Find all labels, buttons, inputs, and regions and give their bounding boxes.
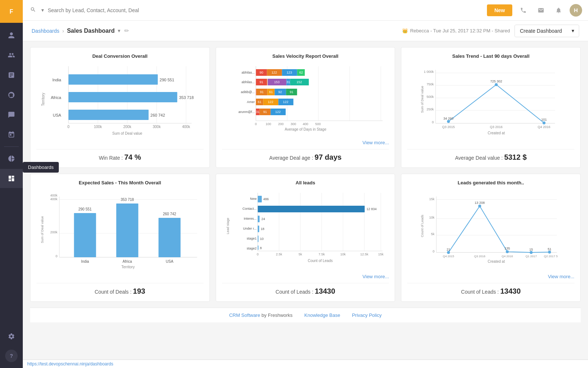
avg-deal-age-value: 97 days bbox=[315, 153, 341, 161]
sidebar-item-help[interactable]: ? bbox=[5, 350, 18, 362]
svg-text:31: 31 bbox=[256, 110, 259, 114]
sales-velocity-view-more[interactable]: View more... bbox=[222, 140, 389, 145]
bell-icon[interactable] bbox=[552, 4, 565, 17]
expected-sales-card: Expected Sales - This Month Overall Sum … bbox=[30, 174, 210, 302]
sidebar-item-analytics[interactable] bbox=[0, 149, 23, 168]
svg-text:61: 61 bbox=[258, 100, 261, 104]
mail-icon[interactable] bbox=[534, 4, 548, 17]
footer-crm-link[interactable]: CRM Software bbox=[229, 312, 260, 318]
svg-text:15: 15 bbox=[530, 248, 533, 251]
svg-point-99 bbox=[543, 121, 546, 124]
svg-text:122: 122 bbox=[271, 71, 277, 74]
svg-text:500k: 500k bbox=[427, 95, 434, 99]
svg-rect-123 bbox=[158, 218, 180, 257]
svg-point-97 bbox=[447, 120, 450, 123]
breadcrumb-dropdown-icon[interactable]: ▼ bbox=[117, 28, 121, 33]
sales-velocity-title: Sales Velocity Report Overall bbox=[222, 53, 389, 59]
svg-text:Created at: Created at bbox=[488, 131, 505, 135]
svg-text:135: 135 bbox=[505, 247, 510, 250]
svg-text:Created at: Created at bbox=[488, 259, 505, 263]
svg-text:92: 92 bbox=[278, 90, 282, 94]
svg-text:31: 31 bbox=[286, 80, 290, 84]
svg-text:200k: 200k bbox=[123, 125, 132, 129]
win-rate-value: 74 % bbox=[124, 153, 141, 161]
breadcrumb-current-text: Sales Dashboard bbox=[67, 28, 115, 34]
page-footer: CRM Software by Freshworks Knowledge Bas… bbox=[30, 308, 581, 322]
svg-rect-153 bbox=[258, 245, 258, 250]
sidebar: F ? bbox=[0, 0, 23, 368]
all-leads-title: All leads bbox=[222, 180, 389, 185]
sidebar-item-reports[interactable] bbox=[0, 66, 23, 85]
svg-text:Q4 2016: Q4 2016 bbox=[538, 125, 551, 129]
search-input[interactable] bbox=[48, 7, 484, 13]
svg-text:24: 24 bbox=[261, 217, 265, 221]
svg-text:Interes...: Interes... bbox=[244, 217, 257, 220]
svg-point-175 bbox=[478, 205, 481, 208]
breadcrumb-current[interactable]: Sales Dashboard ▼ bbox=[67, 28, 121, 34]
create-dashboard-dropdown[interactable]: ▼ bbox=[567, 25, 579, 37]
avg-deal-age-stat: Average Deal age : 97 days bbox=[222, 149, 389, 162]
svg-text:abhilas...: abhilas... bbox=[241, 71, 255, 74]
count-leads-2-label: Count of Leads : bbox=[461, 289, 499, 295]
edit-icon[interactable]: ✏ bbox=[124, 27, 129, 34]
svg-text:122: 122 bbox=[275, 110, 280, 114]
create-dashboard-button[interactable]: Create Dashboard bbox=[515, 25, 567, 37]
search-icon[interactable] bbox=[29, 5, 37, 15]
svg-text:8: 8 bbox=[260, 246, 262, 250]
count-leads-1-stat: Count of Leads : 13430 bbox=[222, 283, 389, 296]
shared-info-text: Rebecca - Tue Jul 25, 2017 12:32 PM - Sh… bbox=[410, 28, 510, 33]
logo-icon: F bbox=[6, 6, 17, 17]
win-rate-stat: Win Rate : 74 % bbox=[36, 149, 204, 162]
breadcrumb-parent[interactable]: Dashboards bbox=[32, 28, 60, 34]
svg-text:stage2: stage2 bbox=[247, 247, 257, 250]
svg-rect-144 bbox=[258, 216, 259, 222]
svg-text:750k: 750k bbox=[427, 82, 434, 86]
count-deals-label: Count of Deals : bbox=[95, 289, 132, 295]
sidebar-item-calendar[interactable] bbox=[0, 125, 23, 144]
sidebar-item-contacts[interactable] bbox=[0, 26, 23, 45]
svg-text:Contact...: Contact... bbox=[242, 207, 257, 210]
svg-rect-120 bbox=[116, 204, 138, 257]
svg-text:arunm@f...: arunm@f... bbox=[238, 110, 255, 114]
svg-text:122: 122 bbox=[268, 100, 273, 104]
svg-text:Africa: Africa bbox=[123, 259, 132, 263]
new-button[interactable]: New bbox=[487, 4, 512, 16]
svg-text:Q2 2017: Q2 2017 bbox=[544, 255, 555, 258]
search-dropdown-icon[interactable]: ▼ bbox=[40, 8, 45, 13]
svg-text:353 718: 353 718 bbox=[121, 198, 134, 202]
svg-text:12.5k: 12.5k bbox=[360, 252, 369, 256]
all-leads-chart: Lead stage New bbox=[222, 189, 389, 272]
sales-trend-chart: Sum of Deal value 0 250k 500k 750k 1 000… bbox=[407, 63, 574, 145]
sidebar-item-dashboards[interactable] bbox=[0, 169, 23, 188]
footer-kb-link[interactable]: Knowledge Base bbox=[304, 312, 340, 318]
sidebar-item-chat[interactable] bbox=[0, 105, 23, 124]
svg-text:USA: USA bbox=[166, 259, 173, 263]
app-logo[interactable]: F bbox=[0, 0, 23, 23]
svg-rect-13 bbox=[68, 92, 177, 102]
svg-text:1 000k: 1 000k bbox=[424, 70, 434, 74]
svg-text:abhilas...: abhilas... bbox=[241, 80, 255, 84]
sidebar-item-leads[interactable] bbox=[0, 46, 23, 65]
phone-icon[interactable] bbox=[517, 4, 530, 17]
count-deals-stat: Count of Deals : 193 bbox=[36, 283, 204, 296]
svg-text:Q1 2017: Q1 2017 bbox=[526, 255, 537, 258]
avatar[interactable]: H bbox=[570, 4, 582, 17]
deal-conversion-chart: Territory 290 551 bbox=[36, 63, 204, 145]
svg-text:10k: 10k bbox=[340, 252, 346, 256]
all-leads-view-more[interactable]: View more... bbox=[222, 274, 389, 279]
dashboard-content: Deal Conversion Overall Territory bbox=[23, 41, 588, 360]
svg-text:Amer: Amer bbox=[247, 100, 255, 104]
svg-text:51: 51 bbox=[548, 247, 552, 251]
svg-text:486: 486 bbox=[263, 197, 269, 201]
svg-text:21: 21 bbox=[447, 248, 451, 251]
svg-text:0: 0 bbox=[257, 252, 258, 256]
sidebar-item-settings[interactable] bbox=[0, 327, 23, 346]
svg-rect-53 bbox=[256, 89, 256, 95]
deal-conversion-title: Deal Conversion Overall bbox=[36, 53, 204, 59]
leads-generated-card: Leads generated this month.. Count of Le… bbox=[401, 174, 581, 302]
sidebar-item-deals[interactable] bbox=[0, 85, 23, 105]
leads-generated-view-more[interactable]: View more... bbox=[407, 274, 574, 279]
svg-text:Territory: Territory bbox=[41, 93, 45, 106]
footer-privacy-link[interactable]: Privacy Policy bbox=[352, 312, 382, 318]
crown-icon: 👑 bbox=[402, 28, 408, 33]
